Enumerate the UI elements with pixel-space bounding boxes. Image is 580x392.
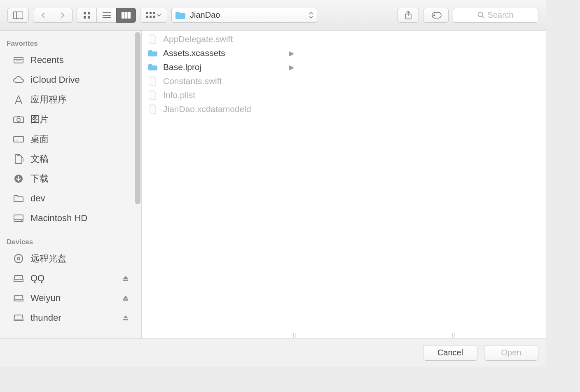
- folder-icon: [12, 192, 25, 205]
- sidebar-section-title: Favorites: [0, 37, 141, 50]
- sidebar-item[interactable]: Recents: [0, 50, 141, 70]
- photos-icon: [12, 113, 25, 126]
- sidebar-section-title: Devices: [0, 236, 141, 249]
- svg-rect-5: [88, 16, 90, 19]
- svg-rect-10: [125, 12, 127, 19]
- sidebar-item-label: dev: [30, 193, 45, 204]
- file-row[interactable]: Info.plist: [142, 88, 300, 102]
- svg-rect-30: [14, 136, 23, 142]
- svg-marker-48: [123, 315, 128, 318]
- sidebar-item[interactable]: iCloud Drive: [0, 70, 141, 90]
- svg-point-22: [478, 12, 483, 16]
- list-view-icon: [103, 12, 111, 19]
- file-column-3: [459, 30, 546, 338]
- file-row[interactable]: AppDelegate.swift: [142, 32, 300, 46]
- file-column-2: ||: [300, 30, 459, 338]
- sidebar-item-label: iCloud Drive: [30, 75, 80, 85]
- svg-rect-9: [122, 12, 124, 19]
- svg-rect-2: [84, 12, 86, 14]
- svg-point-39: [14, 254, 23, 263]
- sidebar-item-label: 下载: [30, 173, 49, 185]
- file-row[interactable]: JianDao.xcdatamodeld: [142, 102, 300, 116]
- sidebar-item-label: Weiyun: [30, 293, 61, 303]
- sidebar-item[interactable]: Weiyun: [0, 288, 141, 308]
- svg-rect-46: [123, 299, 128, 301]
- sidebar-item[interactable]: Macintosh HD: [0, 208, 141, 228]
- toggle-sidebar-button[interactable]: [7, 8, 29, 23]
- sidebar-item[interactable]: 桌面: [0, 129, 141, 149]
- eject-icon[interactable]: [122, 275, 129, 282]
- drive-icon: [12, 292, 25, 304]
- forward-button[interactable]: [53, 8, 72, 23]
- file-icon: [147, 34, 158, 44]
- sidebar-item[interactable]: 文稿: [0, 149, 141, 169]
- desktop-icon: [12, 133, 25, 145]
- chevron-right-icon: [60, 12, 65, 19]
- sidebar-item[interactable]: QQ: [0, 268, 141, 288]
- eject-icon[interactable]: [122, 295, 129, 301]
- sidebar-scrollbar[interactable]: [135, 32, 140, 204]
- svg-rect-16: [150, 16, 152, 18]
- file-name: Assets.xcassets: [163, 48, 225, 58]
- svg-rect-49: [123, 319, 128, 320]
- svg-rect-17: [153, 16, 155, 18]
- footer: Cancel Open: [0, 338, 546, 366]
- toolbar: JianDao Search: [0, 0, 546, 30]
- sidebar-item[interactable]: 应用程序: [0, 90, 141, 110]
- view-column-button[interactable]: [116, 8, 136, 23]
- sidebar-item-label: 桌面: [30, 133, 49, 145]
- chevron-right-icon: ▶: [289, 49, 294, 57]
- svg-rect-29: [17, 116, 20, 117]
- view-icon-button[interactable]: [77, 8, 96, 23]
- folder-icon: [147, 48, 158, 58]
- view-list-button[interactable]: [96, 8, 116, 23]
- share-icon: [405, 11, 412, 20]
- file-row[interactable]: Constants.swift: [142, 74, 300, 88]
- column-resize-handle[interactable]: ||: [452, 331, 456, 338]
- tags-button[interactable]: [423, 8, 449, 23]
- search-input[interactable]: Search: [453, 8, 538, 23]
- sidebar-item[interactable]: 远程光盘: [0, 249, 141, 268]
- sidebar-item[interactable]: 下载: [0, 169, 141, 189]
- stepper-icon: [309, 11, 313, 19]
- path-label: JianDao: [190, 10, 304, 20]
- icon-view-icon: [83, 12, 91, 19]
- file-name: AppDelegate.swift: [163, 34, 233, 44]
- sidebar-item-label: thunder: [30, 313, 61, 323]
- file-name: Info.plist: [163, 90, 195, 100]
- svg-rect-11: [128, 12, 131, 19]
- column-resize-handle[interactable]: ||: [293, 331, 297, 338]
- group-menu-button[interactable]: [140, 8, 167, 23]
- eject-icon[interactable]: [122, 315, 129, 321]
- open-button[interactable]: Open: [484, 345, 538, 361]
- file-icon: [147, 104, 158, 114]
- file-row[interactable]: Assets.xcassets▶: [142, 46, 300, 60]
- cancel-button[interactable]: Cancel: [423, 345, 477, 361]
- svg-point-33: [17, 140, 18, 141]
- sidebar-item[interactable]: dev: [0, 189, 141, 208]
- nav-back-forward: [33, 8, 72, 23]
- svg-rect-3: [88, 12, 90, 14]
- sidebar-item[interactable]: thunder: [0, 308, 141, 328]
- svg-rect-12: [146, 12, 148, 14]
- sidebar-item[interactable]: 图片: [0, 110, 141, 129]
- hd-icon: [12, 212, 25, 224]
- apps-icon: [12, 93, 25, 106]
- folder-icon: [147, 62, 158, 72]
- file-column-1: AppDelegate.swiftAssets.xcassets▶Base.lp…: [142, 30, 300, 338]
- sidebar-item-label: Macintosh HD: [30, 213, 87, 224]
- file-row[interactable]: Base.lproj▶: [142, 60, 300, 74]
- share-button[interactable]: [398, 8, 419, 23]
- svg-point-31: [14, 140, 15, 141]
- docs-icon: [12, 153, 25, 165]
- file-name: Constants.swift: [163, 76, 222, 86]
- svg-point-38: [21, 220, 22, 221]
- svg-rect-13: [150, 12, 152, 14]
- file-icon: [147, 90, 158, 100]
- tag-icon: [430, 11, 442, 19]
- path-popup[interactable]: JianDao: [171, 8, 317, 23]
- chevron-right-icon: ▶: [289, 63, 294, 71]
- file-name: JianDao.xcdatamodeld: [163, 104, 251, 114]
- back-button[interactable]: [33, 8, 53, 23]
- svg-rect-0: [14, 12, 23, 19]
